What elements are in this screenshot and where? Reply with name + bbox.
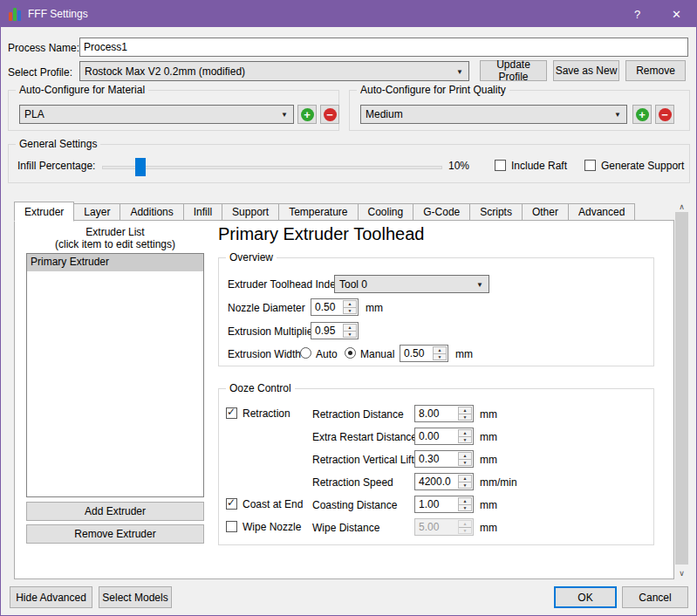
quality-select[interactable]: Medium ▼: [360, 105, 627, 124]
scroll-up-icon[interactable]: ∧: [674, 200, 689, 213]
vertical-scrollbar[interactable]: ∧ ∨: [674, 200, 689, 579]
extruder-tab-panel: Extruder List (click item to edit settin…: [14, 220, 674, 579]
auto-configure-material-group: Auto-Configure for Material PLA ▼ + −: [8, 90, 339, 131]
extra-restart-distance-unit: mm: [480, 431, 497, 443]
extrusion-multiplier-label: Extrusion Multiplier: [228, 325, 316, 338]
plus-icon: +: [636, 108, 649, 121]
retraction-checkbox[interactable]: [226, 407, 237, 419]
spin-down-icon: ▼: [344, 308, 356, 314]
remove-extruder-button[interactable]: Remove Extruder: [26, 524, 204, 544]
extrusion-width-spinner[interactable]: 0.50 ▲▼: [400, 345, 448, 362]
coasting-distance-label: Coasting Distance: [312, 499, 397, 511]
nozzle-diameter-spinner[interactable]: 0.50 ▲▼: [311, 298, 359, 316]
wipe-distance-spinner: 5.00 ▲▼: [414, 518, 474, 536]
ooze-control-title: Ooze Control: [226, 382, 295, 394]
list-item[interactable]: Primary Extruder: [27, 254, 203, 271]
tab-cooling[interactable]: Cooling: [359, 203, 414, 221]
nozzle-diameter-label: Nozzle Diameter: [228, 302, 305, 314]
coasting-distance-spinner[interactable]: 1.00 ▲▼: [414, 496, 474, 513]
toolhead-index-select[interactable]: Tool 0 ▼: [334, 275, 489, 293]
wipe-distance-label: Wipe Distance: [312, 522, 379, 534]
titlebar: FFF Settings ? ✕: [1, 1, 696, 27]
tab-gcode[interactable]: G-Code: [413, 203, 470, 221]
retraction-vertical-lift-unit: mm: [480, 454, 497, 466]
retraction-speed-label: Retraction Speed: [312, 476, 393, 489]
chevron-down-icon: ▼: [614, 111, 621, 119]
extrusion-width-auto-radio[interactable]: [300, 347, 311, 359]
process-name-label: Process Name:: [8, 42, 79, 54]
spin-up-icon: ▲: [459, 498, 471, 505]
remove-quality-button[interactable]: −: [655, 105, 674, 124]
tab-layer[interactable]: Layer: [74, 203, 120, 221]
retraction-speed-spinner[interactable]: 4200.0 ▲▼: [414, 473, 474, 490]
update-profile-button[interactable]: Update Profile: [480, 60, 547, 81]
extra-restart-distance-spinner[interactable]: 0.00 ▲▼: [414, 428, 474, 445]
retraction-label: Retraction: [243, 407, 290, 420]
include-raft-label: Include Raft: [511, 160, 567, 172]
scroll-down-icon[interactable]: ∨: [674, 566, 689, 579]
extrusion-multiplier-spinner[interactable]: 0.95 ▲▼: [311, 322, 359, 339]
wipe-nozzle-label: Wipe Nozzle: [243, 521, 301, 533]
add-quality-button[interactable]: +: [632, 105, 652, 124]
extruder-listbox[interactable]: Primary Extruder: [26, 253, 204, 497]
nozzle-diameter-unit: mm: [366, 302, 383, 314]
profile-select[interactable]: Rostock Max V2 0.2mm (modified) ▼: [79, 61, 469, 81]
cancel-button[interactable]: Cancel: [622, 586, 688, 608]
tab-temperature[interactable]: Temperature: [279, 203, 358, 221]
coast-at-end-label: Coast at End: [243, 498, 303, 510]
tab-additions[interactable]: Additions: [120, 203, 183, 221]
retraction-speed-unit: mm/min: [480, 476, 517, 489]
tab-support[interactable]: Support: [222, 203, 279, 221]
coast-at-end-checkbox[interactable]: [226, 498, 237, 510]
infill-slider-thumb[interactable]: [135, 158, 146, 176]
spin-up-icon: ▲: [459, 453, 471, 460]
infill-slider-track[interactable]: [102, 166, 442, 169]
minus-icon: −: [324, 108, 337, 121]
remove-material-button[interactable]: −: [320, 105, 339, 124]
generate-support-checkbox[interactable]: [584, 160, 596, 171]
general-settings-group: General Settings Infill Percentage: 10% …: [8, 144, 690, 183]
material-select[interactable]: PLA ▼: [19, 105, 294, 124]
spin-up-icon: ▲: [459, 430, 471, 437]
retraction-distance-spinner[interactable]: 8.00 ▲▼: [414, 405, 474, 422]
infill-percentage-label: Infill Percentage:: [17, 160, 95, 172]
plus-icon: +: [301, 108, 314, 121]
spin-up-icon: ▲: [459, 521, 471, 528]
extrusion-width-manual-label: Manual: [360, 348, 394, 360]
fff-settings-dialog: FFF Settings ? ✕ Process Name: Select Pr…: [0, 0, 697, 616]
select-models-button[interactable]: Select Models: [99, 586, 172, 608]
material-selected-value: PLA: [24, 108, 44, 120]
remove-profile-button[interactable]: Remove: [625, 60, 686, 81]
extrusion-width-manual-radio[interactable]: [345, 347, 356, 359]
extruder-list-subtitle: (click item to edit settings): [26, 238, 204, 250]
ok-button[interactable]: OK: [554, 586, 617, 608]
spin-up-icon: ▲: [459, 476, 471, 483]
hide-advanced-button[interactable]: Hide Advanced: [10, 586, 92, 608]
app-logo-icon: [9, 7, 23, 21]
retraction-distance-unit: mm: [480, 408, 497, 421]
general-settings-title: General Settings: [16, 138, 100, 150]
infill-value: 10%: [448, 160, 469, 172]
help-icon[interactable]: ?: [618, 1, 657, 27]
retraction-vertical-lift-spinner[interactable]: 0.30 ▲▼: [414, 450, 474, 468]
tab-scripts[interactable]: Scripts: [470, 203, 523, 221]
add-material-button[interactable]: +: [297, 105, 317, 124]
process-name-input[interactable]: [79, 38, 688, 57]
retraction-distance-label: Retraction Distance: [312, 408, 404, 421]
wipe-nozzle-checkbox[interactable]: [226, 521, 237, 532]
scrollbar-thumb[interactable]: [675, 212, 688, 565]
tab-other[interactable]: Other: [523, 203, 569, 221]
close-icon[interactable]: ✕: [657, 1, 696, 27]
quality-selected-value: Medium: [366, 108, 403, 120]
include-raft-checkbox[interactable]: [495, 160, 506, 171]
save-as-new-button[interactable]: Save as New: [553, 60, 619, 81]
spin-up-icon: ▲: [459, 407, 471, 414]
tab-infill[interactable]: Infill: [184, 203, 222, 221]
extra-restart-distance-label: Extra Restart Distance: [312, 431, 417, 443]
toolhead-index-label: Extruder Toolhead Index: [228, 278, 341, 291]
add-extruder-button[interactable]: Add Extruder: [26, 502, 204, 521]
tab-advanced[interactable]: Advanced: [569, 203, 635, 221]
tab-extruder[interactable]: Extruder: [14, 202, 74, 222]
chevron-down-icon: ▼: [456, 67, 463, 75]
retraction-vertical-lift-label: Retraction Vertical Lift: [312, 454, 414, 466]
